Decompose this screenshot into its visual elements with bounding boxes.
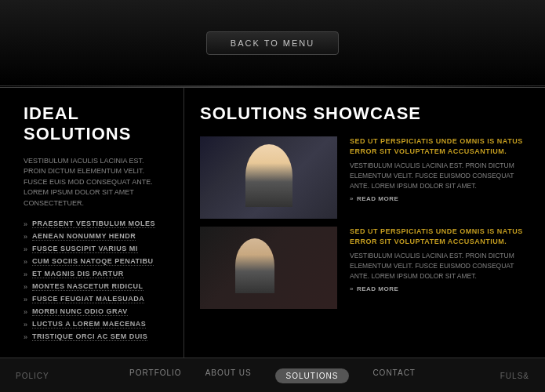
list-item: » FUSCE FEUGIAT MALESUADA <box>24 295 168 303</box>
showcase-heading-2: SED UT PERSPICIATIS UNDE OMNIS IS NATUS … <box>350 227 529 246</box>
nav-arrow-icon: » <box>24 321 27 328</box>
bottom-policy-link[interactable]: POLICY <box>16 372 63 380</box>
showcase-image-2 <box>200 227 337 309</box>
top-bar: BACK TO MENU <box>0 0 545 86</box>
left-panel-description: VESTIBULUM IACULIS LACINIA EST. PROIN DI… <box>24 156 168 209</box>
list-item: » MONTES NASCETUR RIDICUL <box>24 282 168 291</box>
nav-link-6[interactable]: MONTES NASCETUR RIDICUL <box>32 282 144 291</box>
nav-arrow-icon: » <box>24 270 27 278</box>
nav-link-5[interactable]: ET MAGNIS DIS PARTUR <box>32 270 124 278</box>
bottom-nav-links: PORTFOLIO ABOUT US SOLUTIONS CONTACT <box>63 368 482 383</box>
read-more-link-2[interactable]: READ MORE <box>350 285 529 292</box>
list-item: » FUSCE SUSCIPIT VARIUS MI <box>24 245 168 253</box>
left-panel-title: IDEAL SOLUTIONS <box>24 103 168 145</box>
showcase-grid: SED UT PERSPICIATIS UNDE OMNIS IS NATUS … <box>200 136 529 309</box>
nav-link-7[interactable]: FUSCE FEUGIAT MALESUADA <box>32 295 144 303</box>
showcase-body-1: VESTIBULUM IACULIS LACINIA EST. PROIN DI… <box>350 161 529 191</box>
right-panel-title: SOLUTIONS SHOWCASE <box>200 103 529 124</box>
nav-arrow-icon: » <box>24 333 27 341</box>
right-panel: SOLUTIONS SHOWCASE SED UT PERSPICIATIS U… <box>184 88 545 358</box>
back-to-menu-button[interactable]: BACK TO MENU <box>206 31 339 55</box>
nav-portfolio[interactable]: PORTFOLIO <box>129 368 182 383</box>
nav-arrow-icon: » <box>24 283 27 291</box>
nav-link-3[interactable]: FUSCE SUSCIPIT VARIUS MI <box>32 245 138 253</box>
nav-arrow-icon: » <box>24 233 27 241</box>
showcase-item-2: SED UT PERSPICIATIS UNDE OMNIS IS NATUS … <box>350 227 529 309</box>
list-item: » LUCTUS A LOREM MAECENAS <box>24 320 168 328</box>
nav-link-8[interactable]: MORBI NUNC ODIO GRAV <box>32 307 128 316</box>
list-item: » ET MAGNIS DIS PARTUR <box>24 270 168 278</box>
bottom-right-label: Fuls& <box>482 372 529 380</box>
nav-link-4[interactable]: CUM SOCIIS NATOQE PENATIBU <box>32 257 154 266</box>
nav-arrow-icon: » <box>24 296 27 303</box>
nav-contact[interactable]: CONTACT <box>372 368 416 383</box>
showcase-body-2: VESTIBULUM IACULIS LACINIA EST. PROIN DI… <box>350 251 529 281</box>
list-item: » TRISTIQUE ORCI AC SEM DUIS <box>24 332 168 341</box>
list-item: » PRAESENT VESTIBULUM MOLES <box>24 220 168 228</box>
nav-arrow-icon: » <box>24 245 27 253</box>
showcase-text-blocks: SED UT PERSPICIATIS UNDE OMNIS IS NATUS … <box>350 136 529 309</box>
showcase-images <box>200 136 337 309</box>
read-more-link-1[interactable]: READ MORE <box>350 195 529 202</box>
nav-arrow-icon: » <box>24 220 27 228</box>
nav-link-10[interactable]: TRISTIQUE ORCI AC SEM DUIS <box>32 332 147 341</box>
showcase-image-1 <box>200 136 337 219</box>
showcase-heading-1: SED UT PERSPICIATIS UNDE OMNIS IS NATUS … <box>350 136 529 156</box>
bottom-nav: POLICY PORTFOLIO ABOUT US SOLUTIONS CONT… <box>0 358 545 392</box>
nav-solutions[interactable]: SOLUTIONS <box>275 368 350 383</box>
list-item: » CUM SOCIIS NATOQE PENATIBU <box>24 257 168 266</box>
main-content: IDEAL SOLUTIONS VESTIBULUM IACULIS LACIN… <box>0 87 545 358</box>
nav-arrow-icon: » <box>24 258 27 266</box>
nav-link-9[interactable]: LUCTUS A LOREM MAECENAS <box>32 320 146 328</box>
nav-about[interactable]: ABOUT US <box>205 368 252 383</box>
list-item: » MORBI NUNC ODIO GRAV <box>24 307 168 316</box>
nav-arrow-icon: » <box>24 308 27 316</box>
list-item: » AENEAN NONUMMY HENDR <box>24 232 168 241</box>
left-panel: IDEAL SOLUTIONS VESTIBULUM IACULIS LACIN… <box>0 88 184 358</box>
nav-list: » PRAESENT VESTIBULUM MOLES » AENEAN NON… <box>24 220 168 341</box>
nav-link-1[interactable]: PRAESENT VESTIBULUM MOLES <box>32 220 155 228</box>
showcase-item-1: SED UT PERSPICIATIS UNDE OMNIS IS NATUS … <box>350 136 529 219</box>
nav-link-2[interactable]: AENEAN NONUMMY HENDR <box>32 232 136 241</box>
